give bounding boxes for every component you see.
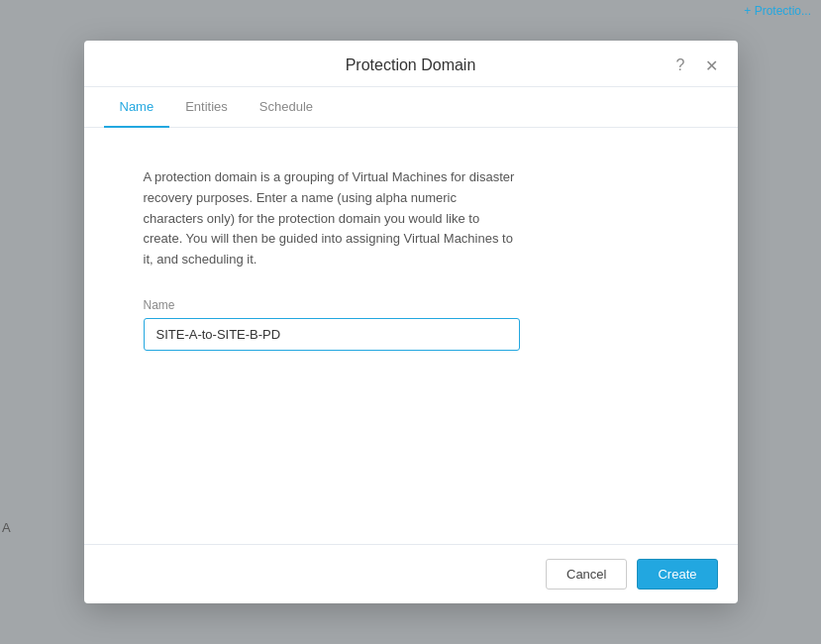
- cancel-button[interactable]: Cancel: [546, 559, 627, 590]
- modal-title: Protection Domain: [104, 56, 718, 74]
- help-button[interactable]: ?: [672, 54, 689, 76]
- tab-name[interactable]: Name: [104, 87, 170, 128]
- modal-footer: Cancel Create: [84, 544, 738, 603]
- tab-schedule[interactable]: Schedule: [244, 87, 329, 128]
- modal-body: A protection domain is a grouping of Vir…: [84, 128, 738, 544]
- name-field-label: Name: [144, 298, 678, 312]
- top-link[interactable]: + Protectio...: [744, 4, 811, 18]
- description-text: A protection domain is a grouping of Vir…: [144, 167, 520, 270]
- tab-entities[interactable]: Entities: [169, 87, 244, 128]
- protection-domain-modal: Protection Domain ? ✕ Name Entities Sche…: [84, 41, 738, 603]
- create-button[interactable]: Create: [637, 559, 717, 590]
- modal-header: Protection Domain ? ✕: [84, 41, 738, 87]
- close-button[interactable]: ✕: [701, 54, 722, 77]
- name-input[interactable]: [144, 318, 520, 351]
- header-icons: ? ✕: [672, 54, 722, 77]
- modal-tabs: Name Entities Schedule: [84, 87, 738, 128]
- background-text: A: [2, 520, 11, 535]
